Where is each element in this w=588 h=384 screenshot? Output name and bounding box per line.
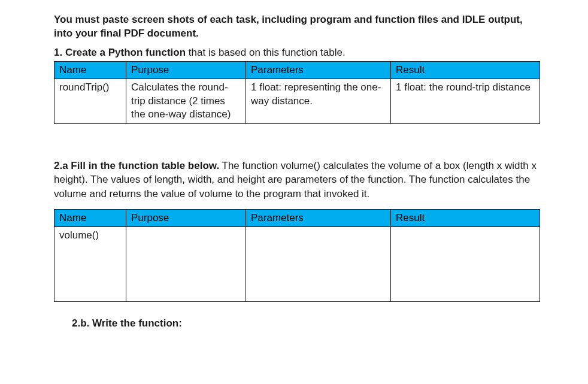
cell-parameters: 1 float: representing the one-way distan… — [246, 79, 391, 123]
function-table-2: Name Purpose Parameters Result volume() — [54, 209, 540, 302]
worksheet-page: You must paste screen shots of each task… — [0, 0, 588, 347]
task-1-rest: that is based on this function table. — [186, 47, 345, 58]
vertical-spacer — [54, 124, 540, 159]
col-header-result: Result — [391, 61, 540, 78]
cell-purpose: Calculates the round-trip distance (2 ti… — [126, 79, 246, 123]
small-spacer — [54, 203, 540, 209]
task-2a-lead: 2.a Fill in the function table below. — [54, 160, 219, 171]
col-header-purpose: Purpose — [126, 209, 246, 226]
col-header-name: Name — [54, 209, 126, 226]
table-row: roundTrip() Calculates the round-trip di… — [54, 79, 540, 123]
cell-name: volume() — [54, 227, 126, 302]
overall-instructions: You must paste screen shots of each task… — [54, 13, 540, 41]
cell-name: roundTrip() — [54, 79, 126, 123]
cell-parameters — [246, 227, 391, 302]
function-table-1: Name Purpose Parameters Result roundTrip… — [54, 61, 540, 124]
col-header-purpose: Purpose — [126, 61, 246, 78]
cell-purpose — [126, 227, 246, 302]
cell-result — [391, 227, 540, 302]
col-header-name: Name — [54, 61, 126, 78]
task-2a-prompt: 2.a Fill in the function table below. Th… — [54, 159, 540, 201]
cell-result: 1 float: the round-trip distance — [391, 79, 540, 123]
table-header-row: Name Purpose Parameters Result — [54, 61, 540, 78]
task-2b-label: 2.b. Write the function: — [72, 318, 540, 329]
col-header-parameters: Parameters — [246, 209, 391, 226]
table-header-row: Name Purpose Parameters Result — [54, 209, 540, 226]
task-1-prompt: 1. Create a Python function that is base… — [54, 47, 540, 59]
col-header-parameters: Parameters — [246, 61, 391, 78]
task-1-lead: 1. Create a Python function — [54, 47, 186, 58]
table-row: volume() — [54, 227, 540, 302]
col-header-result: Result — [391, 209, 540, 226]
